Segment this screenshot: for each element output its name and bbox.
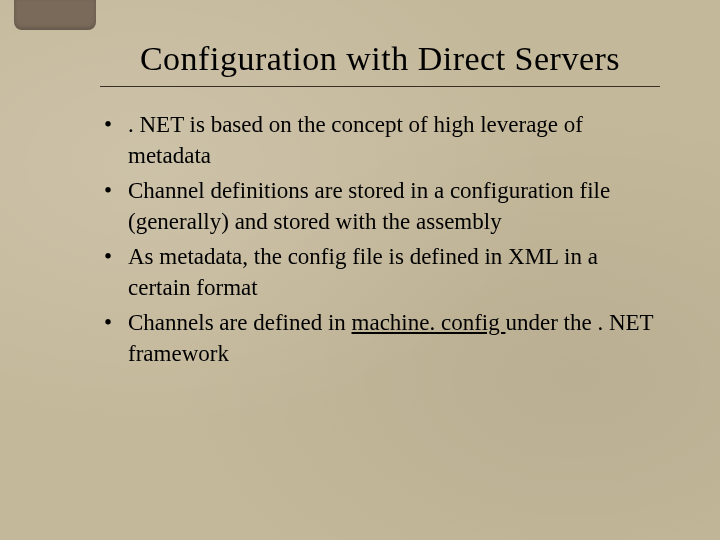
bullet-text-prefix: Channels are defined in	[128, 310, 352, 335]
list-item: As metadata, the config file is defined …	[100, 241, 660, 303]
list-item: . NET is based on the concept of high le…	[100, 109, 660, 171]
list-item: Channel definitions are stored in a conf…	[100, 175, 660, 237]
title-divider	[100, 86, 660, 87]
slide-content: Configuration with Direct Servers . NET …	[100, 40, 660, 373]
corner-tab	[14, 0, 96, 30]
bullet-list: . NET is based on the concept of high le…	[100, 109, 660, 369]
list-item: Channels are defined in machine. config …	[100, 307, 660, 369]
bullet-text-underlined: machine. config	[352, 310, 506, 335]
slide-title: Configuration with Direct Servers	[100, 40, 660, 78]
